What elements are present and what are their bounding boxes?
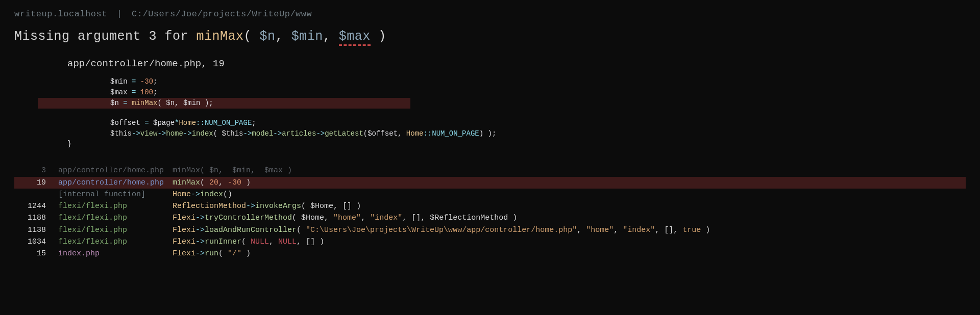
code-line: $this->view->home->index( $this->model->… [67,128,966,139]
stack-row[interactable]: 1138flexi/flexi.phpFlexi->loadAndRunCont… [14,224,966,236]
stack-lineno: 1034 [14,236,46,248]
source-file-heading: app/controller/home.php, 19 [67,58,966,69]
stack-row-selected[interactable]: 19app/controller/home.phpminMax( 20, -30… [14,177,966,189]
stack-row[interactable]: 1034flexi/flexi.phpFlexi->runInner( NULL… [14,236,966,248]
stack-call: Home->index() [162,189,232,200]
error-title: Missing argument 3 for minMax( $n, $min,… [14,29,966,44]
code-line-highlighted: $n = minMax( $n, $min ); [38,98,410,109]
stack-lineno: 3 [14,165,46,176]
source-file-path: app/controller/home.php [67,58,201,69]
stack-call: Flexi->tryControllerMethod( $Home, "home… [162,212,517,224]
stack-lineno: 19 [14,177,46,189]
stack-row[interactable]: 3app/controller/home.phpminMax( $n, $min… [14,165,966,176]
stack-call: ReflectionMethod->invokeArgs( $Home, [] … [162,200,361,212]
stack-call: minMax( $n, $min, $max ) [162,165,292,176]
argument: $min [291,29,323,44]
stack-call: Flexi->run( "/" ) [162,248,251,259]
stack-call: Flexi->runInner( NULL, NULL, [] ) [162,236,324,248]
stack-trace: 3app/controller/home.phpminMax( $n, $min… [14,165,966,259]
stack-file: flexi/flexi.php [46,224,162,236]
code-line: $min = -30; [67,76,966,87]
stack-lineno: 1188 [14,212,46,224]
breadcrumb-sep: | [117,9,122,19]
stack-row[interactable]: 1188flexi/flexi.phpFlexi->tryControllerM… [14,212,966,224]
stack-row[interactable]: [internal function]Home->index() [14,189,966,200]
stack-row[interactable]: 15index.phpFlexi->run( "/" ) [14,248,966,259]
stack-row[interactable]: 1244flexi/flexi.phpReflectionMethod->inv… [14,200,966,212]
breadcrumb-path: C:/Users/Joe/projects/WriteUp/www [132,9,312,19]
stack-file: app/controller/home.php [46,165,162,176]
source-line-number: 19 [213,58,225,69]
stack-file: [internal function] [46,189,162,200]
stack-lineno: 1244 [14,200,46,212]
code-line: $max = 100; [67,87,966,98]
breadcrumb: writeup.localhost | C:/Users/Joe/project… [14,9,966,19]
stack-lineno: 1138 [14,224,46,236]
missing-argument: $max [339,29,371,46]
code-line: $offset = $page*Home::NUM_ON_PAGE; [67,118,966,128]
stack-file: index.php [46,248,162,259]
code-line [67,109,966,118]
code-snippet: $min = -30;$max = 100;$n = minMax( $n, $… [67,76,966,149]
stack-file: flexi/flexi.php [46,212,162,224]
stack-file: app/controller/home.php [46,177,162,189]
stack-file: flexi/flexi.php [46,236,162,248]
stack-lineno: 15 [14,248,46,259]
stack-call: minMax( 20, -30 ) [162,177,251,189]
stack-file: flexi/flexi.php [46,200,162,212]
argument: $n [260,29,276,44]
stack-call: Flexi->loadAndRunController( "C:\Users\J… [162,224,710,236]
breadcrumb-host: writeup.localhost [14,9,107,19]
code-line: } [67,139,966,149]
